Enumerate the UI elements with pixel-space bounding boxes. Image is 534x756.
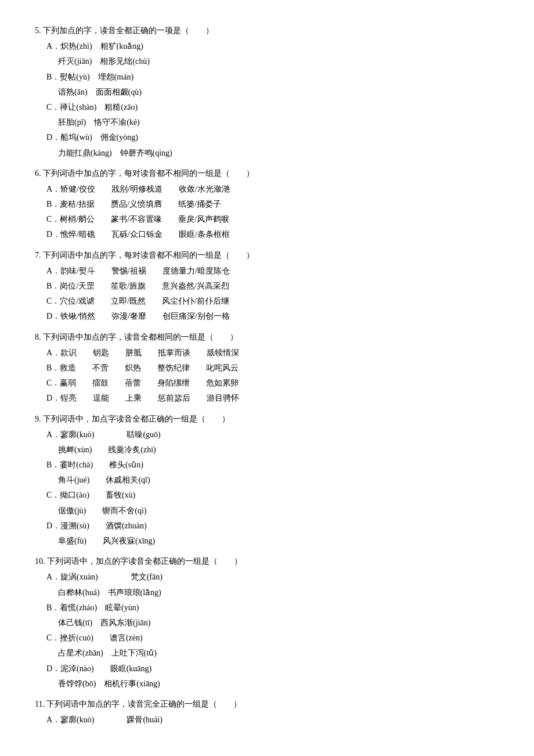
question-title-5: 5. 下列加点的字，读音全都正确的一项是（ ） — [35, 23, 499, 38]
option-line-9-D-1: 阜盛(fù) 风兴夜寐(xīng) — [58, 534, 499, 548]
option-line-6-A-0: A．矫健/佼佼 戕别/明修栈道 收敛/水光潋滟 — [46, 182, 499, 196]
option-line-5-C-0: C．禅让(shàn) 粗糙(zāo) — [46, 100, 499, 114]
option-line-8-A-0: A．款识 钥匙 胼胝 抵掌而谈 舐犊情深 — [46, 345, 499, 360]
option-line-10-D-1: 香饽饽(bō) 相机行事(xiāng) — [58, 676, 499, 691]
option-line-10-C-1: 占星术(zhān) 上吐下泻(tǔ) — [58, 646, 499, 660]
option-line-5-A-1: 歼灭(jiān) 相形见绌(chù) — [58, 54, 499, 69]
option-line-10-D-0: D．泥淖(nào) 眼眶(kuāng) — [46, 661, 499, 676]
question-title-8: 8. 下列词语中加点的字，读音全都相同的一组是（ ） — [35, 330, 499, 344]
question-11: 11. 下列词语中加点的字，读音完全正确的一组是（ ）A．寥廓(kuò) 踝骨(… — [35, 697, 499, 727]
option-line-9-B-1: 角斗(jué) 休戚相关(qī) — [58, 473, 499, 487]
option-line-5-B-0: B．熨帖(yù) 埋怨(mán) — [46, 70, 499, 84]
option-line-9-C-1: 倨傲(jù) 锲而不舍(qì) — [58, 503, 499, 518]
option-line-5-D-0: D．船坞(wù) 佣金(yòng) — [46, 130, 499, 145]
option-line-8-C-0: C．赢弱 擂鼓 蓓蕾 身陷缧绁 危如累卵 — [46, 376, 499, 390]
option-line-9-C-0: C．拗口(ào) 畜牧(xù) — [46, 488, 499, 502]
question-9: 9. 下列词语中，加点字读音全都正确的一组是（ ）A．寥廓(kuò) 聒噪(gu… — [35, 412, 499, 549]
option-line-6-C-0: C．树梢/艄公 篆书/不容置喙 垂戾/风声鹤唳 — [46, 212, 499, 226]
option-line-9-B-0: B．霎时(chà) 椎头(sǔn) — [46, 458, 499, 472]
option-line-9-A-1: 挑衅(xùn) 残羹冷炙(zhì) — [58, 442, 499, 457]
option-line-11-A-0: A．寥廓(kuò) 踝骨(huái) — [46, 712, 499, 727]
option-line-5-C-1: 胚胎(pī) 恪守不渝(kè) — [58, 115, 499, 129]
question-title-10: 10. 下列词语中，加点的字读音全都正确的一组是（ ） — [35, 554, 499, 568]
question-title-11: 11. 下列词语中加点的字，读音完全正确的一组是（ ） — [35, 697, 499, 711]
question-title-6: 6. 下列词语中加点的字，每对读音都不相同的一组是（ ） — [35, 166, 499, 181]
option-line-7-C-0: C．穴位/戏谑 立即/既然 风尘仆仆/前仆后继 — [46, 294, 499, 308]
question-7: 7. 下列词语中加点的字，每对读音都不相同的一组是（ ）A．韵味/熨斗 警惕/祖… — [35, 248, 499, 324]
option-line-10-A-1: 白桦林(huá) 书声琅琅(lǎng) — [58, 585, 499, 600]
option-line-9-A-0: A．寥廓(kuò) 聒噪(guō) — [46, 427, 499, 442]
option-line-7-A-0: A．韵味/熨斗 警惕/祖裼 度德量力/暗度陈仓 — [46, 264, 499, 278]
option-line-8-D-0: D．锃亮 逞能 上乘 惩前毖后 游目骋怀 — [46, 391, 499, 405]
option-line-5-B-1: 谙熟(ān) 面面相觑(qù) — [58, 85, 499, 99]
option-line-6-D-0: D．憔悴/暗礁 瓦砾/众口铄金 眼眶/条条框框 — [46, 227, 499, 242]
option-line-8-B-0: B．救造 不啻 炽热 整饬纪律 叱咤风云 — [46, 361, 499, 375]
question-8: 8. 下列词语中加点的字，读音全都相同的一组是（ ）A．款识 钥匙 胼胝 抵掌而… — [35, 330, 499, 406]
question-5: 5. 下列加点的字，读音全都正确的一项是（ ）A．炽热(zhì) 粗犷(kuǎn… — [35, 23, 499, 160]
option-line-10-C-0: C．挫折(cuò) 谵言(zèn) — [46, 631, 499, 645]
question-title-7: 7. 下列词语中加点的字，每对读音都不相同的一组是（ ） — [35, 248, 499, 262]
option-line-10-B-1: 体己钱(tī) 西风东渐(jiān) — [58, 615, 499, 630]
question-title-9: 9. 下列词语中，加点字读音全都正确的一组是（ ） — [35, 412, 499, 426]
option-line-5-A-0: A．炽热(zhì) 粗犷(kuǎng) — [46, 39, 499, 53]
option-line-5-D-1: 力能扛鼎(káng) 钟磬齐鸣(qìng) — [58, 146, 499, 160]
option-line-9-D-0: D．漫溯(sù) 酒馔(zhuàn) — [46, 519, 499, 533]
option-line-7-D-0: D．铁锹/悄然 弥漫/奢靡 创巨痛深/别创一格 — [46, 309, 499, 323]
option-line-10-A-0: A．旋涡(xuàn) 梵文(fān) — [46, 570, 499, 584]
question-6: 6. 下列词语中加点的字，每对读音都不相同的一组是（ ）A．矫健/佼佼 戕别/明… — [35, 166, 499, 242]
option-line-10-B-0: B．着慌(zháo) 眩晕(yùn) — [46, 600, 499, 615]
question-10: 10. 下列词语中，加点的字读音全都正确的一组是（ ）A．旋涡(xuàn) 梵文… — [35, 554, 499, 691]
page-content: 5. 下列加点的字，读音全都正确的一项是（ ）A．炽热(zhì) 粗犷(kuǎn… — [35, 23, 499, 727]
option-line-7-B-0: B．岗位/天罡 笙歌/旌旗 意兴盎然/兴高采烈 — [46, 279, 499, 293]
option-line-6-B-0: B．麦秸/拮据 赝品/义愤填膺 纸篓/捅娄子 — [46, 197, 499, 211]
